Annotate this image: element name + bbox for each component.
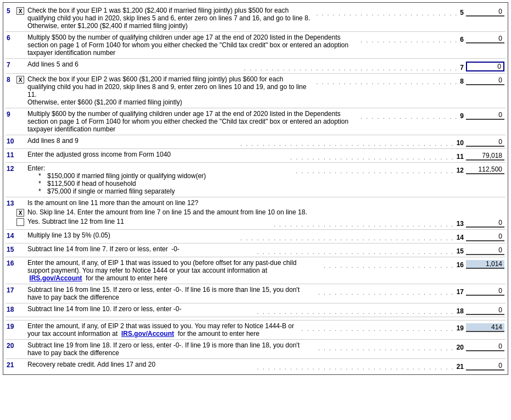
checkbox-13a-area[interactable]: X — [16, 208, 27, 217]
dots-21: . . . . . . . . . . . . . . . . . . . . … — [255, 364, 457, 371]
line-ref-6: 6 — [460, 36, 464, 43]
dots-9: . . . . . . . . . . . . . . . . . . — [358, 113, 460, 120]
row-9-content: Multiply $600 by the number of qualifyin… — [27, 110, 358, 133]
row-15-content: Subtract line 14 from line 7. If zero or… — [27, 245, 255, 253]
row-7-right: . . . . . . . . . . . . . . . . . . . . … — [242, 60, 504, 71]
row-12-right: . . . . . . . . . . . . . . . . . . . . … — [293, 164, 504, 174]
value-14[interactable]: 0 — [466, 233, 504, 241]
irs-link-16[interactable]: IRS.gov/Account — [29, 274, 82, 282]
line-num-11: 11 — [7, 151, 16, 159]
line-ref-9: 9 — [460, 112, 464, 120]
line-num-9: 9 — [7, 110, 16, 118]
checkbox-5[interactable]: X — [16, 7, 24, 15]
line-ref-20: 20 — [457, 344, 464, 351]
checkbox-14-area — [16, 231, 27, 232]
row-13-label: 13 Is the amount on line 11 more than th… — [5, 197, 506, 208]
row-18-right: . . . . . . . . . . . . . . . . . . . . … — [255, 305, 504, 315]
row-16: 16 Enter the amount, if any, of EIP 1 th… — [5, 257, 506, 284]
checkbox-13b[interactable] — [16, 218, 24, 226]
value-6[interactable]: 0 — [466, 35, 504, 43]
dots-6: . . . . . . . . . . . . . . . . . . — [358, 37, 460, 43]
row-6-right: . . . . . . . . . . . . . . . . . . 6 0 — [358, 34, 504, 43]
value-16[interactable]: 1,014 — [466, 260, 504, 269]
line-num-18: 18 — [7, 305, 16, 313]
row-9-right: . . . . . . . . . . . . . . . . . . 9 0 — [358, 110, 504, 120]
row-5-right: . . . . . . . . . . . . . . . . . . . . … — [314, 7, 504, 16]
value-15[interactable]: 0 — [466, 246, 504, 255]
line-ref-16: 16 — [457, 261, 464, 269]
value-21[interactable]: 0 — [466, 362, 504, 371]
checkbox-13a[interactable]: X — [16, 209, 24, 217]
row-6: 6 Multiply $500 by the number of qualify… — [5, 32, 506, 59]
bullet-text-3: $75,000 if single or married filing sepa… — [47, 187, 175, 195]
line-num-7: 7 — [7, 60, 16, 69]
bullet-icon-2: * — [38, 180, 47, 187]
row-13b-right: . . . . . . . . . . . . . . . . . . . . … — [271, 218, 504, 228]
bullet-list-12: *$150,000 if married filing jointly or q… — [27, 172, 291, 195]
row-8-content: Check the box if your EIP 2 was $600 ($1… — [27, 75, 314, 106]
value-5[interactable]: 0 — [466, 8, 504, 16]
row-16-content: Enter the amount, if any, of EIP 1 that … — [27, 259, 321, 282]
checkbox-20-area — [16, 341, 27, 342]
line-num-17: 17 — [7, 286, 16, 294]
checkbox-15-area — [16, 245, 27, 246]
checkbox-7-area — [16, 60, 27, 61]
line-num-10: 10 — [7, 137, 16, 145]
line-ref-11: 11 — [457, 153, 464, 161]
line-ref-17: 17 — [457, 288, 464, 296]
row-14-content: Multiply line 13 by 5% (0.05) — [27, 231, 238, 239]
value-17[interactable]: 0 — [466, 287, 504, 296]
checkbox-18-area — [16, 305, 27, 306]
row-19: 19 Enter the amount, if any, of EIP 2 th… — [5, 320, 506, 340]
value-13[interactable]: 0 — [466, 219, 504, 228]
line-num-8: 8 — [7, 75, 16, 84]
row-11-right: . . . . . . . . . . . . . . . . . . . . … — [288, 151, 504, 161]
row-12: 12 Enter: *$150,000 if married filing jo… — [5, 163, 506, 197]
bullet-text-2: $112,500 if head of household — [47, 180, 136, 187]
checkbox-21-area — [16, 361, 27, 361]
value-12[interactable]: 112,500 — [466, 165, 504, 174]
row-7-content: Add lines 5 and 6 — [27, 60, 242, 68]
row-18-content: Subtract line 14 from line 10. If zero o… — [27, 305, 255, 313]
irs-link-19[interactable]: IRS.gov/Account — [121, 330, 174, 338]
line-num-5: 5 — [7, 7, 16, 15]
checkbox-13b-area[interactable] — [16, 218, 27, 226]
checkbox-8-area[interactable]: X — [16, 75, 27, 84]
bullet-icon-3: * — [38, 187, 47, 195]
bullet-icon-1: * — [38, 172, 47, 180]
line-num-21: 21 — [7, 361, 16, 369]
value-8[interactable]: 0 — [466, 76, 504, 85]
value-9[interactable]: 0 — [466, 111, 504, 120]
value-20[interactable]: 0 — [466, 342, 504, 351]
row-10-right: . . . . . . . . . . . . . . . . . . . . … — [238, 137, 504, 147]
value-11[interactable]: 79,018 — [466, 152, 504, 161]
row-8-right: . . . . . . . . . . . . . . . . . . . . … — [314, 75, 504, 85]
line-num-15: 15 — [7, 245, 16, 253]
row-13a: X No. Skip line 14. Enter the amount fro… — [5, 208, 506, 217]
checkbox-10-area — [16, 137, 27, 137]
line-num-12: 12 — [7, 164, 16, 173]
value-19[interactable]: 414 — [466, 323, 504, 332]
row-5-content: Check the box if your EIP 1 was $1,200 (… — [27, 7, 314, 30]
row-21: 21 Recovery rebate credit. Add lines 17 … — [5, 359, 506, 372]
checkbox-8[interactable]: X — [16, 76, 24, 84]
value-7[interactable]: 0 — [466, 62, 504, 71]
checkbox-17-area — [16, 286, 27, 286]
line-num-19: 19 — [7, 322, 16, 330]
checkbox-5-area[interactable]: X — [16, 7, 27, 15]
line-ref-13b: 13 — [457, 220, 464, 228]
dots-19: . . . . . . . . . . . . . . . . . . . . … — [299, 325, 457, 332]
checkbox-11-area — [16, 151, 27, 151]
dots-20: . . . . . . . . . . . . . . . . . . . . … — [316, 345, 457, 351]
row-15: 15 Subtract line 14 from line 7. If zero… — [5, 244, 506, 257]
dots-16: . . . . . . . . . . . . . . . . . . . . … — [321, 262, 457, 269]
value-18[interactable]: 0 — [466, 306, 504, 315]
row-14: 14 Multiply line 13 by 5% (0.05) . . . .… — [5, 230, 506, 244]
bullet-12-1: *$150,000 if married filing jointly or q… — [38, 172, 291, 180]
dots-17: . . . . . . . . . . . . . . . . . . . . … — [316, 289, 457, 296]
dots-13b: . . . . . . . . . . . . . . . . . . . . … — [271, 221, 457, 228]
row-19-content: Enter the amount, if any, of EIP 2 that … — [27, 322, 299, 338]
bullet-12-3: *$75,000 if single or married filing sep… — [38, 187, 291, 195]
line-ref-7: 7 — [460, 64, 464, 71]
value-10[interactable]: 0 — [466, 138, 504, 147]
